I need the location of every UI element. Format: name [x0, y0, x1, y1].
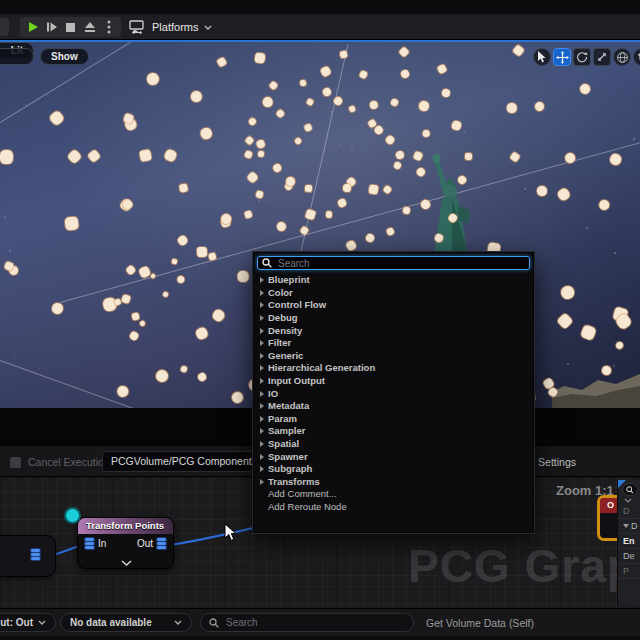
graph-watermark: PCG Graph — [408, 539, 640, 593]
stop-button[interactable] — [62, 19, 79, 35]
data-selection-dropdown[interactable]: No data available — [60, 613, 192, 632]
menu-category[interactable]: Control Flow — [254, 299, 533, 312]
move-tool-button[interactable] — [553, 48, 571, 66]
menu-category[interactable]: Metadata — [254, 400, 533, 413]
menu-category[interactable]: IO — [254, 387, 533, 400]
expand-arrow-icon — [260, 340, 264, 346]
input-pin-icon — [85, 538, 94, 549]
data-selection-label: No data available — [70, 617, 152, 628]
platforms-dropdown[interactable]: Platforms — [128, 17, 212, 37]
menu-action[interactable]: Add Reroute Node — [254, 501, 533, 514]
menu-category[interactable]: Density — [254, 324, 533, 337]
details-row[interactable]: P — [618, 564, 640, 579]
details-panel: DDEnDeP — [617, 480, 640, 606]
expand-arrow-icon — [260, 328, 264, 334]
rotate-tool-button[interactable] — [573, 48, 591, 66]
show-label: Show — [51, 51, 78, 62]
expand-arrow-icon — [260, 277, 264, 283]
menu-category[interactable]: Color — [254, 287, 533, 300]
context-menu-search-input[interactable] — [276, 257, 525, 270]
details-row[interactable]: D — [618, 519, 640, 534]
rotate-icon — [576, 51, 588, 63]
menu-category[interactable]: Blueprint — [254, 274, 533, 287]
attribute-inspector-bar: ut: Out No data available Get Volume Dat… — [0, 608, 640, 636]
output-pin-icon[interactable] — [31, 549, 40, 560]
step-forward-button[interactable] — [43, 19, 60, 35]
expand-arrow-icon — [260, 454, 264, 460]
menu-category[interactable]: Input Output — [254, 375, 533, 388]
details-row[interactable]: En — [618, 534, 640, 549]
select-tool-button[interactable] — [533, 48, 551, 66]
main-toolbar: Platforms — [0, 14, 640, 40]
inspected-data-label: Get Volume Data (Self) — [426, 617, 534, 629]
panel-corner-marker — [618, 480, 626, 488]
search-icon — [626, 486, 634, 494]
node-title: Transform Points — [78, 518, 173, 534]
node-output-pin[interactable]: Out — [137, 538, 166, 549]
transform-points-node[interactable]: Transform Points In Out — [77, 517, 174, 569]
expand-arrow-icon — [260, 365, 264, 371]
context-menu-search-field[interactable] — [257, 256, 530, 270]
menu-category[interactable]: Subgraph — [254, 463, 533, 476]
cancel-execution-button[interactable]: Cancel Execution — [28, 456, 110, 468]
search-icon — [209, 618, 219, 628]
kebab-menu-icon — [107, 20, 111, 34]
menu-action[interactable]: Add Comment... — [254, 488, 533, 501]
expand-arrow-icon — [260, 428, 264, 434]
world-coordinate-button[interactable] — [613, 48, 631, 66]
scale-tool-button[interactable] — [593, 48, 611, 66]
menu-category[interactable]: Hierarchical Generation — [254, 362, 533, 375]
expand-arrow-icon — [260, 353, 264, 359]
move-icon — [556, 51, 569, 64]
terrain-cliff — [552, 360, 640, 408]
menu-category[interactable]: Spawner — [254, 450, 533, 463]
scale-icon — [596, 51, 608, 63]
window-bottom-edge — [0, 636, 640, 640]
attribute-search-field[interactable] — [200, 613, 414, 632]
stop-icon — [65, 22, 76, 33]
chevron-down-icon — [624, 498, 632, 503]
output-pin-label: Out — [137, 538, 153, 549]
expand-arrow-icon — [260, 302, 264, 308]
eject-button[interactable] — [81, 19, 98, 35]
menu-category[interactable]: Debug — [254, 312, 533, 325]
chevron-down-icon — [204, 25, 212, 30]
menu-category[interactable]: Generic — [254, 350, 533, 363]
menu-category[interactable]: Sampler — [254, 425, 533, 438]
menu-category[interactable]: Spatial — [254, 438, 533, 451]
details-rows: DDEnDeP — [618, 504, 640, 579]
window-top-strip — [0, 0, 640, 14]
surface-snap-button[interactable] — [633, 48, 640, 66]
attribute-search-input[interactable] — [224, 616, 405, 629]
mouse-cursor — [224, 523, 238, 543]
select-arrow-icon — [537, 51, 547, 63]
globe-icon — [616, 51, 629, 64]
platforms-gamepad-icon — [128, 20, 146, 35]
step-forward-icon — [46, 21, 58, 33]
details-row[interactable]: D — [618, 504, 640, 519]
lit-pill-shape — [0, 48, 34, 65]
menu-category[interactable]: Filter — [254, 337, 533, 350]
toolbar-edge-stub — [0, 18, 9, 36]
cancel-execution-icon — [10, 457, 21, 468]
input-node-partial[interactable] — [0, 535, 56, 577]
snap-icon — [636, 51, 640, 63]
details-row[interactable]: De — [618, 549, 640, 564]
input-pin-label: In — [98, 538, 106, 549]
show-flags-button[interactable]: Show — [40, 48, 89, 65]
pin-output-label: ut: Out — [0, 617, 33, 628]
pin-output-dropdown[interactable]: ut: Out — [0, 613, 56, 632]
viewport-tool-group — [533, 48, 640, 66]
menu-category[interactable]: Transforms — [254, 476, 533, 489]
expand-arrow-icon — [260, 378, 264, 384]
expand-arrow-icon — [260, 290, 264, 296]
context-menu-list: BlueprintColorControl FlowDebugDensityFi… — [254, 274, 533, 513]
inspection-marker — [66, 509, 79, 522]
kebab-menu-button[interactable] — [100, 19, 117, 35]
node-collapse-chevron-icon[interactable] — [121, 560, 132, 566]
menu-category[interactable]: Param — [254, 413, 533, 426]
play-button[interactable] — [24, 19, 41, 35]
expand-arrow-icon — [260, 441, 264, 447]
output-pin-icon — [157, 538, 166, 549]
node-input-pin[interactable]: In — [85, 538, 106, 549]
